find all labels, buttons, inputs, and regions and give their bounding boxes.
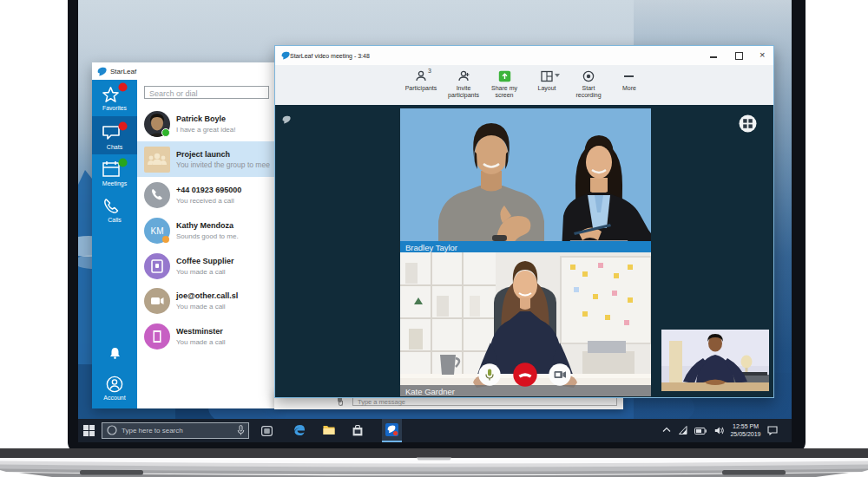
svg-text:KM: KM	[151, 226, 164, 236]
